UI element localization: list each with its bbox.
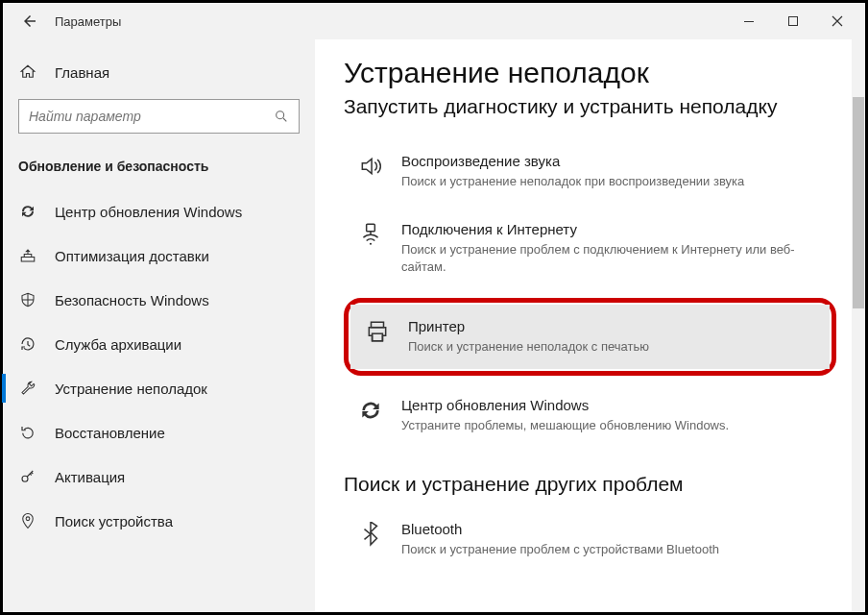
sidebar-item-find-device[interactable]: Поиск устройства xyxy=(3,499,315,543)
sidebar-nav-list: Центр обновления Windows Оптимизация дос… xyxy=(3,189,315,543)
sidebar: Главная Обновление и безопасность Центр … xyxy=(3,39,315,612)
svg-rect-4 xyxy=(21,258,35,262)
section-heading: Поиск и устранение других проблем xyxy=(344,473,836,496)
troubleshooter-printer[interactable]: Принтер Поиск и устранение неполадок с п… xyxy=(350,305,830,369)
troubleshooter-title: Bluetooth xyxy=(401,521,823,537)
main-content: Устранение неполадок Запустить диагности… xyxy=(315,39,865,612)
sidebar-item-activation[interactable]: Активация xyxy=(3,455,315,499)
troubleshooter-bluetooth[interactable]: Bluetooth Поиск и устранение проблем с у… xyxy=(344,507,836,572)
sidebar-item-label: Оптимизация доставки xyxy=(55,248,209,264)
sidebar-home-label: Главная xyxy=(55,64,109,81)
svg-rect-9 xyxy=(367,224,375,232)
titlebar: Параметры xyxy=(3,3,865,39)
search-input[interactable] xyxy=(29,109,274,124)
sidebar-item-label: Центр обновления Windows xyxy=(55,204,242,220)
troubleshooter-title: Центр обновления Windows xyxy=(401,397,823,413)
delivery-icon xyxy=(18,246,37,265)
backup-icon xyxy=(18,334,37,354)
sidebar-item-label: Служба архивации xyxy=(55,336,181,353)
sidebar-home[interactable]: Главная xyxy=(3,53,315,91)
wrench-icon xyxy=(18,379,37,398)
svg-point-8 xyxy=(26,517,30,521)
svg-rect-11 xyxy=(372,322,384,327)
key-icon xyxy=(18,467,37,486)
troubleshooter-desc: Поиск и устранение проблем с подключение… xyxy=(401,241,823,276)
troubleshooter-internet[interactable]: Подключения к Интернету Поиск и устранен… xyxy=(344,208,836,289)
sidebar-item-label: Восстановление xyxy=(55,425,165,441)
location-icon xyxy=(18,511,37,530)
window-frame: Параметры Главная xyxy=(0,0,868,615)
troubleshooter-audio[interactable]: Воспроизведение звука Поиск и устранение… xyxy=(344,139,836,204)
page-title: Устранение неполадок xyxy=(344,57,836,89)
sidebar-item-windows-security[interactable]: Безопасность Windows xyxy=(3,278,315,322)
troubleshooter-desc: Поиск и устранение неполадок с печатью xyxy=(408,338,816,356)
svg-point-7 xyxy=(22,476,28,481)
troubleshooter-title: Подключения к Интернету xyxy=(401,221,823,237)
scrollbar[interactable] xyxy=(852,39,865,612)
sidebar-item-backup[interactable]: Служба архивации xyxy=(3,322,315,366)
home-icon xyxy=(18,62,37,82)
troubleshooter-desc: Устраните проблемы, мешающие обновлению … xyxy=(401,417,823,434)
troubleshooter-title: Воспроизведение звука xyxy=(401,153,823,169)
sync-icon xyxy=(18,202,37,221)
svg-line-3 xyxy=(283,118,286,121)
search-icon xyxy=(274,109,289,124)
minimize-icon xyxy=(743,15,755,27)
troubleshooter-list-2: Bluetooth Поиск и устранение проблем с у… xyxy=(344,507,836,572)
recovery-icon xyxy=(18,423,37,442)
scrollbar-thumb[interactable] xyxy=(853,97,864,308)
svg-point-2 xyxy=(277,111,284,119)
close-icon xyxy=(832,15,843,27)
sidebar-item-recovery[interactable]: Восстановление xyxy=(3,410,315,455)
svg-rect-0 xyxy=(744,21,754,22)
maximize-icon xyxy=(787,15,799,27)
troubleshooter-windows-update[interactable]: Центр обновления Windows Устраните пробл… xyxy=(344,383,836,448)
svg-point-10 xyxy=(370,243,372,245)
page-subtitle: Запустить диагностику и устранить непола… xyxy=(344,95,836,118)
shield-icon xyxy=(18,290,37,309)
search-wrap xyxy=(3,91,315,149)
body: Главная Обновление и безопасность Центр … xyxy=(3,39,865,612)
sync-icon xyxy=(357,397,384,424)
sidebar-item-label: Поиск устройства xyxy=(55,513,173,529)
arrow-left-icon xyxy=(21,12,38,30)
minimize-button[interactable] xyxy=(727,3,771,39)
troubleshooter-title: Принтер xyxy=(408,318,816,334)
sidebar-item-windows-update[interactable]: Центр обновления Windows xyxy=(3,189,315,234)
bluetooth-icon xyxy=(357,521,384,548)
sidebar-item-label: Безопасность Windows xyxy=(55,292,209,308)
window-title: Параметры xyxy=(55,14,121,29)
close-button[interactable] xyxy=(815,3,859,39)
sidebar-item-troubleshoot[interactable]: Устранение неполадок xyxy=(3,366,315,410)
back-button[interactable] xyxy=(16,8,43,35)
highlighted-troubleshooter: Принтер Поиск и устранение неполадок с п… xyxy=(344,298,836,376)
troubleshooter-desc: Поиск и устранение неполадок при воспрои… xyxy=(401,173,823,190)
troubleshooter-list: Воспроизведение звука Поиск и устранение… xyxy=(344,139,836,448)
sidebar-item-delivery-optimization[interactable]: Оптимизация доставки xyxy=(3,234,315,278)
troubleshooter-desc: Поиск и устранение проблем с устройствам… xyxy=(401,541,823,558)
svg-rect-12 xyxy=(373,333,383,341)
sidebar-section-title: Обновление и безопасность xyxy=(3,149,315,189)
maximize-button[interactable] xyxy=(771,3,815,39)
sidebar-item-label: Устранение неполадок xyxy=(55,381,207,397)
sidebar-item-label: Активация xyxy=(55,469,125,485)
search-box[interactable] xyxy=(18,99,300,134)
svg-rect-1 xyxy=(789,17,798,26)
speaker-icon xyxy=(357,153,384,180)
wifi-icon xyxy=(357,221,384,248)
printer-icon xyxy=(364,318,391,345)
window-controls xyxy=(727,3,859,39)
